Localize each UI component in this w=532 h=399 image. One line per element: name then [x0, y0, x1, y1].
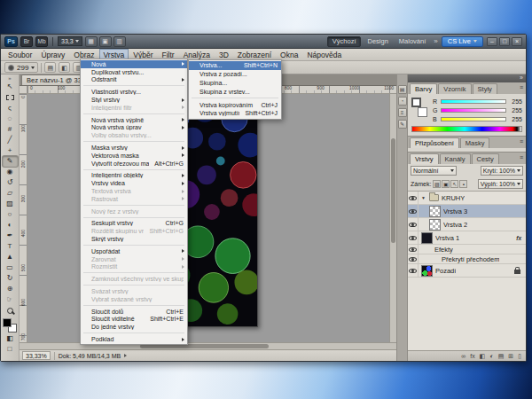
visibility-cell[interactable]	[408, 205, 419, 217]
layer-row[interactable]: Pozadí	[408, 264, 526, 278]
eye-icon[interactable]	[409, 236, 417, 240]
menu-item[interactable]	[83, 285, 184, 286]
arrange-documents-icon[interactable]: ▣	[99, 36, 112, 47]
rectangular-marquee-tool[interactable]	[3, 92, 18, 103]
visibility-cell[interactable]	[408, 264, 419, 277]
menu-item[interactable]: Duplikovat vrstvu...	[81, 68, 187, 76]
menu-item[interactable]: Rozmístit	[81, 263, 187, 271]
vertical-scrollbar[interactable]	[389, 94, 396, 342]
collapse-tools-icon[interactable]: »	[8, 75, 11, 82]
menu-item[interactable]: Nová vrstva úprav	[81, 124, 187, 132]
status-zoom-field[interactable]: 33,33%	[22, 351, 51, 360]
visibility-cell[interactable]	[408, 231, 419, 244]
menu-item[interactable]	[83, 332, 184, 333]
brush-tool[interactable]: ✎	[3, 156, 18, 167]
workspace-button[interactable]: Malování	[395, 36, 430, 47]
panel-tab[interactable]: Vrstvy	[410, 153, 439, 164]
link-layers-icon[interactable]: ∞	[461, 353, 466, 359]
layer-row[interactable]: Vrstva 2	[408, 218, 526, 231]
menu-item[interactable]	[83, 141, 184, 142]
foreground-color-swatch[interactable]	[3, 318, 12, 327]
scrollbar-thumb[interactable]	[391, 138, 395, 243]
slider-track[interactable]	[441, 117, 506, 121]
menu-item[interactable]: Uspořádat	[81, 247, 187, 255]
color-spectrum-ramp[interactable]	[411, 126, 522, 132]
minimize-button[interactable]: –	[487, 37, 497, 46]
visibility-cell[interactable]	[408, 192, 419, 204]
panel-tab[interactable]: Kanály	[440, 153, 471, 164]
menu-item[interactable]: Vrstva kopírováním Ctrl+J	[189, 100, 281, 109]
panel-tab[interactable]: Vzorník	[438, 83, 471, 94]
screen-mode-icon[interactable]: □	[3, 344, 18, 355]
panel-tab[interactable]: Masky	[460, 137, 490, 148]
toggle-panel-icon[interactable]: ▤	[44, 62, 56, 73]
workspace-button[interactable]: Design	[363, 36, 392, 47]
layer-thumbnail[interactable]	[421, 265, 433, 277]
visibility-cell[interactable]	[408, 254, 419, 263]
eye-icon[interactable]	[409, 196, 417, 200]
menu-item[interactable]: Vektorová maska	[81, 152, 187, 160]
panel-tab[interactable]: Přizpůsobení	[410, 137, 459, 148]
move-tool[interactable]: ↖	[3, 82, 18, 92]
panel-menu-icon[interactable]: ≡	[520, 154, 523, 160]
layer-row[interactable]: ▼ KRUHY	[408, 192, 526, 205]
menu-item[interactable]	[83, 217, 184, 218]
lock-all-icon[interactable]: ▪	[459, 180, 467, 188]
history-brush-tool[interactable]: ↺	[3, 177, 18, 188]
menu-item[interactable]	[83, 272, 184, 273]
workspace-overflow-button[interactable]: »	[432, 37, 439, 45]
menu-item[interactable]	[83, 113, 184, 114]
eye-icon[interactable]	[409, 209, 417, 214]
menu-item[interactable]: Inteligentní filtr	[81, 104, 187, 112]
menu-item[interactable]: Vrstva... Shift+Ctrl+N	[189, 61, 281, 70]
menu-item[interactable]: Maska vrstvy	[81, 144, 187, 152]
zoom-level-field[interactable]: 33,3	[58, 36, 82, 46]
menubar-item[interactable]: Nápověda	[302, 49, 346, 60]
layer-effects-badge[interactable]: fx	[516, 235, 523, 241]
new-group-icon[interactable]: ▤	[498, 353, 505, 359]
layer-name[interactable]: KRUHY	[442, 194, 465, 202]
lock-position-icon[interactable]: ↖	[450, 180, 458, 188]
menu-item[interactable]	[83, 85, 184, 86]
menu-item[interactable]: Do jedné vrstvy	[81, 323, 187, 331]
menu-item[interactable]: Vrstvy videa	[81, 179, 187, 187]
horizontal-scrollbar[interactable]	[20, 342, 396, 349]
eye-icon[interactable]	[409, 247, 417, 252]
screen-mode-icon[interactable]: ▥	[113, 36, 126, 47]
gradient-tool[interactable]: ▨	[3, 199, 18, 209]
eyedropper-tool[interactable]: ╱	[3, 135, 18, 145]
panel-menu-icon[interactable]: ≡	[520, 84, 523, 90]
menu-item[interactable]: Vrstva z pozadí...	[189, 70, 281, 79]
menu-item[interactable]: Vrstva vyjmutím Shift+Ctrl+J	[189, 109, 281, 118]
collapsed-panel-icon[interactable]: ✎	[398, 120, 407, 129]
fill-field[interactable]: Výplň: 100%	[478, 179, 523, 189]
bridge-icon[interactable]: Br	[20, 36, 33, 47]
quick-selection-tool[interactable]: ◌	[3, 113, 18, 124]
slider-track[interactable]	[441, 108, 506, 113]
visibility-cell[interactable]	[408, 245, 419, 254]
menu-item[interactable]: Inteligentní objekty	[81, 172, 187, 180]
eye-icon[interactable]	[409, 269, 417, 273]
menu-item[interactable]: Nová vrstva výplně	[81, 116, 187, 124]
layer-thumbnail[interactable]	[429, 219, 441, 231]
new-layer-icon[interactable]: ⊞	[508, 353, 513, 359]
menu-item[interactable]	[83, 205, 184, 206]
healing-brush-tool[interactable]: +	[3, 145, 18, 156]
background-color-swatch[interactable]	[418, 107, 427, 117]
blur-tool[interactable]: ○	[3, 209, 18, 220]
clone-stamp-tool[interactable]: ◉	[3, 167, 18, 177]
menu-item[interactable]: Svázat vrstvy	[81, 287, 187, 295]
menu-item[interactable]	[192, 98, 278, 98]
menu-item[interactable]: Odstranit	[81, 76, 187, 84]
workspace-button[interactable]: Výchozí	[327, 36, 362, 47]
mask-option-icon[interactable]: ◧	[59, 62, 70, 73]
menu-item[interactable]: Seskupit vrstvy Ctrl+G	[81, 220, 187, 228]
quick-mask-icon[interactable]: ◧	[3, 333, 18, 344]
lasso-tool[interactable]: ς	[3, 103, 18, 113]
menu-item[interactable]: Skupina z vrstev...	[189, 87, 281, 96]
menu-item[interactable]: Nová	[81, 60, 187, 68]
menu-item[interactable]: Volby obsahu vrstvy...	[81, 131, 187, 139]
menu-item[interactable]: Vybrat svázané vrstvy	[81, 295, 187, 303]
status-options-icon[interactable]	[124, 354, 127, 357]
panel-tab[interactable]: Barvy	[410, 83, 437, 94]
